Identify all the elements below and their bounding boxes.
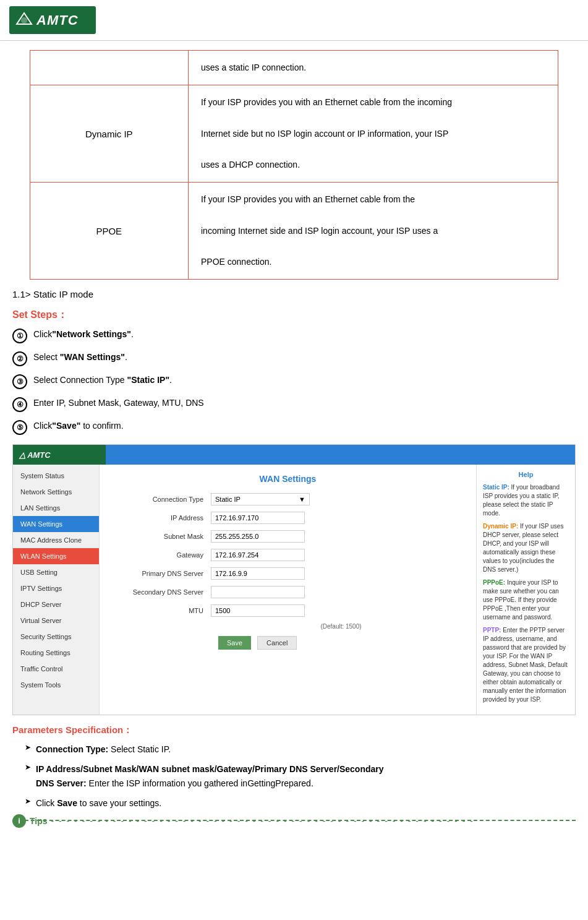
connection-type-select[interactable]: Static IP ▼	[211, 493, 310, 505]
subnet-mask-input[interactable]	[211, 530, 305, 543]
screenshot-container: △ AMTC System Status Network Settings LA…	[12, 444, 576, 715]
sidebar-item-network-settings[interactable]: Network Settings	[13, 484, 99, 500]
step-num-4: ④	[12, 397, 27, 412]
dropdown-arrow-icon: ▼	[299, 496, 305, 503]
table-label-ppoe: PPOE	[30, 183, 188, 280]
param-text-1: Connection Type: Select Static IP.	[36, 742, 171, 756]
help-label-static: Static IP:	[483, 484, 509, 491]
sidebar-item-mac-clone[interactable]: MAC Address Clone	[13, 532, 99, 548]
param-item-3: Click Save to save your settings.	[12, 796, 576, 810]
sidebar-item-iptv[interactable]: IPTV Settings	[13, 580, 99, 596]
help-label-pptp: PPTP:	[483, 627, 501, 634]
step-bold-5: "Save"	[52, 421, 80, 431]
help-pppoe: PPPoE: Inquire your ISP to make sure whe…	[483, 578, 569, 622]
form-label-gateway: Gateway	[112, 551, 211, 559]
screenshot-sidebar: System Status Network Settings LAN Setti…	[13, 465, 100, 715]
tips-bar: i Tips - - - - - - - - - - - - - - - - -…	[12, 820, 576, 828]
step-bold-1: "Network Settings"	[52, 329, 131, 339]
step-num-2: ②	[12, 351, 27, 366]
cancel-button[interactable]: Cancel	[257, 636, 297, 650]
step-text-4: Enter IP, Subnet Mask, Gateway, MTU, DNS	[33, 397, 204, 410]
form-label-secondary-dns: Secondary DNS Server	[112, 588, 211, 596]
help-label-dynamic: Dynamic IP:	[483, 523, 518, 530]
form-label-subnet-mask: Subnet Mask	[112, 533, 211, 540]
param-item-2: IP Address/Subnet Mask/WAN subnet mask/G…	[12, 762, 576, 790]
sidebar-item-wan-settings[interactable]: WAN Settings	[13, 516, 99, 532]
step-2: ② Select "WAN Settings".	[12, 351, 576, 366]
form-row-secondary-dns: Secondary DNS Server	[112, 586, 464, 598]
step-text-1: Click"Network Settings".	[33, 328, 134, 341]
step-1: ① Click"Network Settings".	[12, 328, 576, 343]
connection-type-value: Static IP	[215, 496, 241, 503]
param-bold-1: Connection Type:	[36, 744, 108, 754]
table-row-static: uses a static IP connection.	[30, 51, 558, 85]
form-row-ip-address: IP Address	[112, 512, 464, 524]
form-row-mtu: MTU	[112, 604, 464, 617]
secondary-dns-input[interactable]	[211, 586, 305, 598]
logo: AMTC	[9, 6, 96, 34]
form-label-ip-address: IP Address	[112, 514, 211, 522]
form-label-connection-type: Connection Type	[112, 496, 211, 503]
step-5: ⑤ Click"Save" to confirm.	[12, 419, 576, 435]
tips-dashes: - - - - - - - - - - - - - - - - - - - - …	[48, 816, 576, 826]
primary-dns-input[interactable]	[211, 567, 305, 580]
table-label-dynamic: Dynamic IP	[30, 85, 188, 183]
step-3: ③ Select Connection Type "Static IP".	[12, 374, 576, 389]
step-text-3: Select Connection Type "Static IP".	[33, 374, 172, 387]
help-pptp: PPTP: Enter the PPTP server IP address, …	[483, 626, 569, 704]
section-title: 1.1> Static IP mode	[12, 289, 576, 299]
param-item-1: Connection Type: Select Static IP.	[12, 742, 576, 756]
step-text-5: Click"Save" to confirm.	[33, 419, 124, 432]
sidebar-item-lan-settings[interactable]: LAN Settings	[13, 500, 99, 516]
set-steps-label: Set Steps：	[12, 309, 576, 322]
tips-icon: i	[12, 814, 26, 828]
param-text-2: IP Address/Subnet Mask/WAN subnet mask/G…	[36, 762, 384, 790]
form-label-mtu: MTU	[112, 607, 211, 614]
logo-icon	[15, 12, 33, 29]
form-buttons: Save Cancel	[218, 636, 464, 650]
sidebar-item-system-tools[interactable]: System Tools	[13, 677, 99, 693]
sidebar-item-dhcp[interactable]: DHCP Server	[13, 596, 99, 613]
form-row-gateway: Gateway	[112, 549, 464, 561]
save-button[interactable]: Save	[218, 636, 251, 650]
sidebar-item-wlan-settings[interactable]: WLAN Settings	[13, 548, 99, 564]
help-static-ip: Static IP: If your broadband ISP provide…	[483, 483, 569, 518]
ip-address-input[interactable]	[211, 512, 305, 524]
wan-settings-title: WAN Settings	[112, 474, 464, 484]
logo-text: AMTC	[36, 12, 79, 28]
screenshot-help: Help Static IP: If your broadband ISP pr…	[476, 465, 575, 715]
step-num-3: ③	[12, 374, 27, 389]
sidebar-item-virtual-server[interactable]: Virtual Server	[13, 613, 99, 629]
screenshot-topbar-logo-text: △ AMTC	[19, 450, 51, 460]
help-label-pppoe: PPPoE:	[483, 579, 505, 586]
screenshot-topbar-logo-area: △ AMTC	[13, 445, 106, 465]
param-text-3: Click Save to save your settings.	[36, 796, 161, 810]
screenshot-body: System Status Network Settings LAN Setti…	[13, 465, 575, 715]
sidebar-item-usb-setting[interactable]: USB Setting	[13, 564, 99, 580]
table-desc-static: uses a static IP connection.	[189, 51, 558, 85]
table-label-empty	[30, 51, 188, 85]
help-title: Help	[483, 471, 569, 478]
step-bold-2: "WAN Settings"	[60, 352, 125, 362]
table-row-ppoe: PPOE If your ISP provides you with an Et…	[30, 183, 558, 280]
gateway-input[interactable]	[211, 549, 305, 561]
step-num-1: ①	[12, 329, 27, 343]
sidebar-item-routing[interactable]: Routing Settings	[13, 645, 99, 661]
step-bold-3: "Static IP"	[127, 375, 170, 385]
sidebar-item-security[interactable]: Security Settings	[13, 629, 99, 645]
info-table: uses a static IP connection. Dynamic IP …	[30, 50, 559, 280]
sidebar-item-system-status[interactable]: System Status	[13, 468, 99, 484]
form-row-primary-dns: Primary DNS Server	[112, 567, 464, 580]
form-row-subnet-mask: Subnet Mask	[112, 530, 464, 543]
help-dynamic-ip: Dynamic IP: If your ISP uses DHCP server…	[483, 522, 569, 574]
mtu-input[interactable]	[211, 604, 305, 617]
step-num-5: ⑤	[12, 420, 27, 435]
screenshot-topbar: △ AMTC	[13, 445, 575, 465]
sidebar-item-traffic[interactable]: Traffic Control	[13, 661, 99, 677]
param-bold-3: Save	[57, 798, 77, 808]
table-row-dynamic: Dynamic IP If your ISP provides you with…	[30, 85, 558, 183]
form-row-connection-type: Connection Type Static IP ▼	[112, 493, 464, 505]
params-title: Parameters Specification：	[12, 724, 576, 736]
param-bold-2: IP Address/Subnet Mask/WAN subnet mask/G…	[36, 764, 384, 774]
tips-label: Tips	[30, 816, 48, 826]
